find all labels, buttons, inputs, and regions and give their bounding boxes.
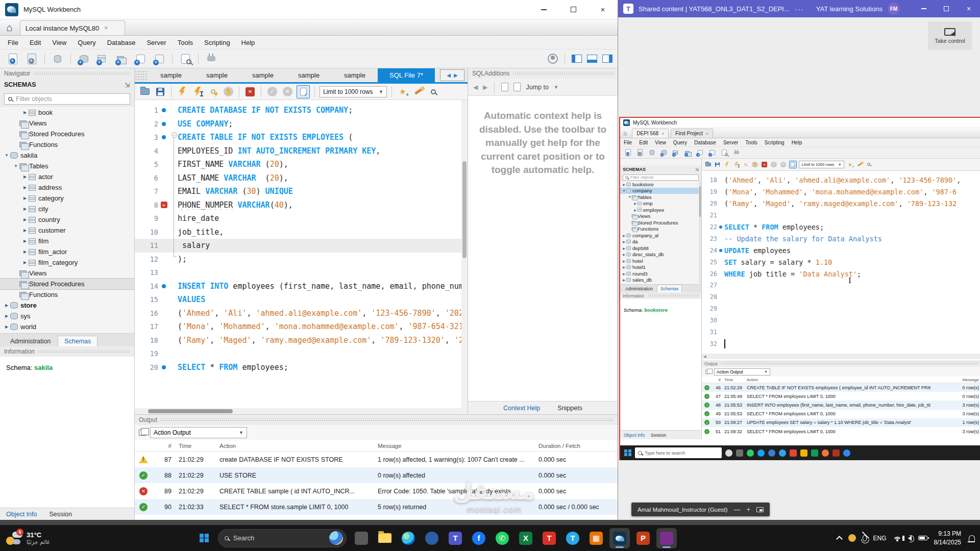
code-line[interactable]: 24UPDATE employees [702,244,980,256]
remote-create-schema-icon[interactable] [659,148,669,158]
rollback-icon[interactable]: ✕ [281,86,293,98]
tree-arrow-icon[interactable]: ▶ [21,185,29,190]
remote-new-sql-icon[interactable] [623,148,633,158]
tree-item-country[interactable]: ▶country [0,214,134,225]
close-button[interactable]: × [588,0,618,19]
remote-stop-icon[interactable]: ✋ [751,161,758,168]
taskbar-app-app-red[interactable]: T [539,528,559,548]
code-line[interactable]: 18('Ahmed', 'Ali', 'ahmed.ali@example.co… [702,174,980,186]
remote-explain-icon[interactable] [742,161,749,168]
remote-tab-session[interactable]: Session [651,433,666,438]
remote-horizontal-scrollbar[interactable]: ◀ [702,354,980,359]
code-line[interactable]: 23-- Update the salary for Data Analysts [702,233,980,244]
editor-horizontal-scrollbar[interactable] [135,408,468,414]
code-line[interactable]: 31 [702,327,980,338]
find-icon[interactable] [427,86,439,98]
menu-item-edit[interactable]: Edit [635,139,651,146]
editor-tab[interactable]: sample [240,68,286,82]
output-row[interactable]: ✓5021:09:27UPDATE employees SET salary =… [702,418,980,427]
remote-taskbar-app-media[interactable] [832,449,840,457]
menu-item-tools[interactable]: Tools [172,37,199,48]
tree-item-city[interactable]: ▶city [0,204,134,214]
remote-open-file-icon[interactable] [704,161,712,168]
taskbar-app-excel[interactable]: X [516,528,536,548]
open-file-icon[interactable] [139,86,151,98]
taskbar-app-app-blue[interactable]: T [562,528,583,548]
toggle-autocommit-icon[interactable]: ✓ [297,85,310,98]
menu-item-query[interactable]: Query [72,37,101,48]
tree-item-sales_db[interactable]: ▶sales_db [620,277,701,284]
remote-tab-object-info[interactable]: Object Info [624,433,645,438]
tree-item-emp[interactable]: ▶emp [620,201,701,207]
jump-to-caret-icon[interactable]: ▼ [554,85,558,90]
remote-taskbar-app-chrome[interactable] [768,449,775,457]
menu-item-file[interactable]: File [2,37,24,48]
tree-item-film[interactable]: ▶film [0,236,134,246]
tab-context-help[interactable]: Context Help [503,405,540,412]
tree-item-sys[interactable]: ▶sys [0,311,134,321]
toggle-bottom-panel-icon[interactable] [587,55,597,63]
tree-arrow-icon[interactable]: ▶ [3,303,10,308]
tree-arrow-icon[interactable]: ▶ [633,202,638,205]
tree-item-world[interactable]: ▶world [0,321,134,332]
reconnect-db-icon[interactable] [204,51,219,66]
tree-arrow-icon[interactable]: ▶ [622,183,626,186]
editor-tab[interactable]: sample [194,68,240,82]
tab-snippets[interactable]: Snippets [557,405,582,412]
tree-arrow-icon[interactable]: ▶ [21,249,29,254]
taskbar-app-teams[interactable]: T [445,528,465,548]
tree-item-category[interactable]: ▶category [0,193,134,204]
remote-create-procedure-icon[interactable] [696,148,705,158]
create-view-icon[interactable] [114,51,129,66]
menu-item-server[interactable]: Server [141,37,172,48]
remote-taskbar-app-mail[interactable] [790,449,797,457]
tree-item-company_al[interactable]: ▶company_al [620,232,701,239]
code-line[interactable]: 28 [702,291,980,303]
remote-tab-administration[interactable]: Administration [622,285,656,292]
jump-to-label[interactable]: Jump to [526,84,548,91]
home-icon[interactable]: ⌂ [6,21,13,34]
tree-item-hotel1[interactable]: ▶hotel1 [620,264,701,271]
remote-taskbar-app-whatsapp[interactable] [747,449,754,457]
toggle-left-panel-icon[interactable] [572,55,582,63]
taskbar-app-app-purple[interactable] [656,528,677,548]
commit-icon[interactable]: ✓ [266,86,278,98]
limit-rows-dropdown[interactable]: Limit to 1000 rows▼ [320,86,387,97]
tree-arrow-icon[interactable]: ▶ [21,228,29,233]
taskbar-app-powerpoint[interactable]: P [633,528,653,548]
account-icon[interactable] [548,54,558,64]
menu-item-database[interactable]: Database [691,139,720,146]
create-function-icon[interactable] [152,51,167,66]
wifi-icon[interactable] [893,535,901,541]
remote-taskbar-app-store[interactable] [811,449,818,457]
mic-muted-icon[interactable] [863,535,867,541]
tree-arrow-icon[interactable]: ▶ [622,259,626,263]
code-line[interactable]: 21 [702,210,980,221]
tree-item-views[interactable]: Views [620,213,701,220]
beautify-icon[interactable] [412,86,424,98]
remote-tab-schemas[interactable]: Schemas [657,285,682,292]
tray-status-icon[interactable] [848,534,856,542]
remote-reconnect-icon[interactable] [731,148,741,158]
collapse-panel-icon[interactable]: ⇲ [125,81,130,89]
search-data-icon[interactable] [178,51,193,66]
code-line[interactable]: 19('Mona', 'Mohammed', 'mona.mohammed@ex… [702,186,980,198]
save-icon[interactable] [154,86,166,98]
tree-arrow-icon[interactable]: ▶ [622,272,626,276]
tree-arrow-icon[interactable]: ▶ [622,234,626,237]
remote-home-icon[interactable]: ⌂ [623,130,627,137]
taskbar-app-photos[interactable]: ▦ [586,528,606,548]
tree-item-film_actor[interactable]: ▶film_actor [0,246,134,257]
remote-create-table-icon[interactable] [671,148,681,158]
tree-item-film_category[interactable]: ▶film_category [0,257,134,268]
sql-code-editor[interactable]: 1CREATE DATABASE IF NOT EXISTS COMPANY;2… [135,100,461,408]
tree-arrow-icon[interactable]: ▶ [622,253,626,256]
tree-arrow-icon[interactable]: ▶ [3,324,10,329]
remote-taskbar-app-twitter[interactable] [757,449,765,457]
menu-item-scripting[interactable]: Scripting [761,139,788,146]
tree-arrow-icon[interactable]: ▶ [21,239,29,243]
connection-tab[interactable]: Local instance MySQL80 × [20,20,125,35]
execute-current-icon[interactable] [191,86,204,98]
tree-arrow-icon[interactable]: ▼ [3,153,10,158]
remote-taskbar-app-telegram[interactable] [779,449,786,457]
